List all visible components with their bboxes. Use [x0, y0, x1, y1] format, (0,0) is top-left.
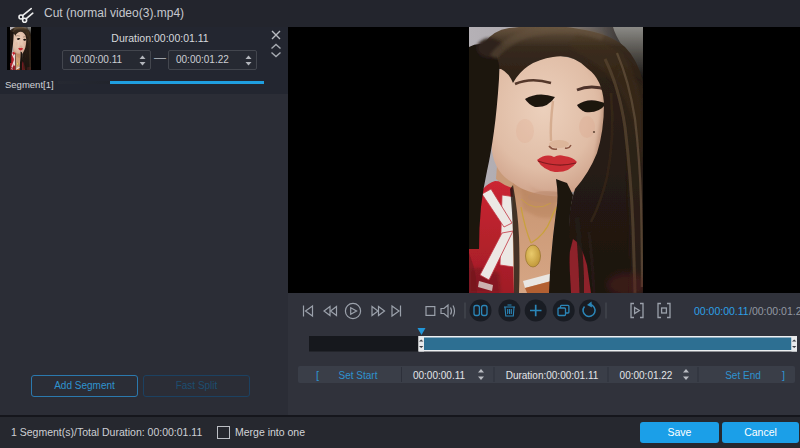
svg-text:00:00:00.11: 00:00:00.11 [413, 370, 466, 381]
svg-text:Duration:00:00:01.11: Duration:00:00:01.11 [506, 370, 599, 381]
svg-text:Set End: Set End [725, 370, 761, 381]
svg-text:]: ] [782, 369, 785, 381]
svg-text:/00:00:01.22: /00:00:01.22 [749, 305, 800, 317]
svg-text:00:00:00.11: 00:00:00.11 [694, 305, 749, 317]
svg-text:[: [ [316, 369, 319, 381]
svg-text:00:00:01.22: 00:00:01.22 [620, 370, 673, 381]
svg-text:Set Start: Set Start [339, 370, 378, 381]
